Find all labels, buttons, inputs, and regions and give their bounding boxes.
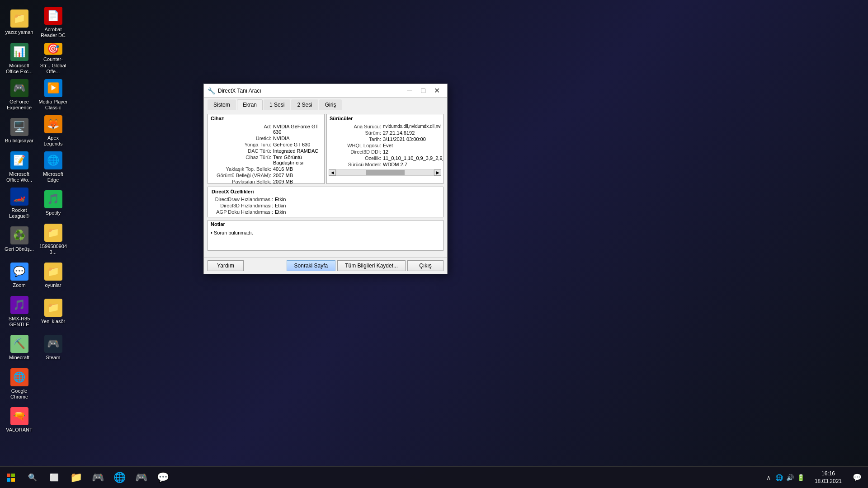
driver-model-row: Sürücü Modeli: WDDM 2.7 [329,161,441,168]
taskbar-clock[interactable]: 16:16 18.03.2021 [810,470,846,485]
close-button[interactable]: ✕ [430,84,443,98]
dx-agp-value: Etkin [275,209,286,215]
systray: ∧ 🌐 🔊 🔋 [760,473,810,482]
help-button[interactable]: Yardım [208,260,244,271]
desktop-icon-acrobat[interactable]: 📄 Acrobat Reader DC [36,5,70,41]
driver-ddi-label: Direct3D DDI: [329,149,383,155]
desktop-icon-ms-excel[interactable]: 📊 Microsoft Office Exc... [2,41,36,77]
notes-content: Sorun bulunmadı. [208,228,443,250]
notification-center[interactable]: 💬 [846,467,868,488]
yaziz-yaman-label: yazız yaman [5,29,33,35]
directx-dialog: 🔧 DirectX Tanı Aracı ─ □ ✕ Sistem Ekran … [203,84,448,274]
ms-excel-icon: 📊 [10,43,28,61]
device-toplam-row: Yaklaşık Top. Bellek: 4016 MB [210,166,322,172]
desktop-icon-geforce[interactable]: 🎮 GeForce Experience [2,77,36,113]
yeni-klasor-label: Yeni klasör [41,319,65,324]
restore-button[interactable]: □ [416,84,430,98]
desktop-icon-zoom[interactable]: 💬 Zoom [2,258,36,294]
desktop-icon-yaziz-yaman[interactable]: 📁 yazız yaman [2,5,36,41]
svg-rect-0 [7,474,10,477]
notes-section: Notlar Sorun bulunmadı. [208,220,443,251]
driver-surum-row: Sürüm: 27.21.14.6192 [329,130,441,136]
taskbar-discord[interactable]: 💬 [152,467,174,488]
device-toplam-label: Yaklaşık Top. Bellek: [210,166,273,172]
minecraft-label: Minecraft [9,355,29,361]
valorant-icon: 🔫 [10,407,28,425]
desktop-icon-ms-edge[interactable]: 🌐 Microsoft Edge [36,149,70,185]
desktop-icon-steam[interactable]: 🎮 Steam [36,330,70,366]
save-all-button[interactable]: Tüm Bilgileri Kaydet... [337,260,406,271]
drivers-section-title: Sürücüler [327,114,443,122]
taskbar-xbox[interactable]: 🎮 [130,467,152,488]
systray-network[interactable]: 🌐 [775,473,784,482]
scroll-left-btn[interactable]: ◀ [329,169,336,176]
scroll-right-btn[interactable]: ▶ [434,169,441,176]
driver-ozellik-label: Özellik: [329,155,383,161]
tab-giris[interactable]: Giriş [319,99,342,110]
tab-2sesi[interactable]: 2 Sesi [291,99,318,110]
systray-speaker[interactable]: 🔊 [786,473,795,482]
desktop-icon-smx[interactable]: 🎵 SMX-R85 GENTLE [2,294,36,330]
device-paylasilan-row: Paylaşılan Bellek: 2009 MB [210,178,322,183]
desktop: 📁 yazız yaman 📊 Microsoft Office Exc... … [0,0,868,488]
scroll-thumb [366,170,405,175]
driver-whql-label: WHQL Logosu: [329,143,383,148]
device-ad-label: Ad: [210,124,273,135]
desktop-icon-folder-1599[interactable]: 📁 15995809043... [36,221,70,258]
notification-icon: 💬 [853,473,862,482]
desktop-icon-apex[interactable]: 🦊 Apex Legends [36,113,70,149]
device-ad-value: NVIDIA GeForce GT 630 [273,124,322,135]
desktop-icon-media-player[interactable]: ▶️ Media Player Classic [36,77,70,113]
next-page-button[interactable]: Sonraki Sayfa [287,260,336,271]
device-dac-label: DAC Türü: [210,148,273,154]
notes-item-0: Sorun bulunmadı. [211,230,440,235]
rocket-league-icon: 🏎️ [10,188,28,206]
yaziz-yaman-icon: 📁 [10,9,28,28]
desktop-icons: 📁 yazız yaman 📊 Microsoft Office Exc... … [0,0,90,466]
systray-chevron[interactable]: ∧ [764,473,773,482]
taskbar-chrome[interactable]: 🌐 [108,467,130,488]
start-button[interactable] [0,467,22,488]
desktop-icon-ms-word[interactable]: 📝 Microsoft Office Wo... [2,149,36,185]
driver-model-label: Sürücü Modeli: [329,162,383,167]
scroll-track[interactable] [336,169,434,176]
spotify-label: Spotify [46,210,61,216]
taskbar-file-explorer[interactable]: 📁 [65,467,87,488]
driver-ddi-row: Direct3D DDI: 12 [329,149,441,155]
ms-edge-label: Microsoft Edge [38,171,68,183]
geforce-icon: 🎮 [10,79,28,97]
geri-donusum-icon: ♻️ [10,226,28,244]
ms-word-icon: 📝 [10,151,28,169]
tab-ekran[interactable]: Ekran [237,99,263,110]
desktop-icon-valorant[interactable]: 🔫 VALORANT [2,402,36,438]
taskbar-steam[interactable]: 🎮 [87,467,108,488]
desktop-icon-spotify[interactable]: 🎵 Spotify [36,185,70,221]
xbox-taskbar-icon: 🎮 [135,472,147,483]
rocket-league-label: Rocket League® [5,207,34,219]
driver-ozellik-value: 11_0,10_1,10_0,9_3,9_2,9_1 [383,155,443,161]
desktop-icon-oyunlar[interactable]: 📁 oyunlar [36,258,70,294]
search-button[interactable]: 🔍 [22,467,43,488]
svg-rect-2 [7,478,10,482]
dialog-tabs: Sistem Ekran 1 Sesi 2 Sesi Giriş [204,98,447,110]
desktop-icon-google-chrome[interactable]: 🌐 Google Chrome [2,366,36,402]
device-vram-row: Görüntü Belleği (VRAM): 2007 MB [210,172,322,178]
bu-bilgisayar-label: Bu bilgisayar [5,138,33,144]
systray-battery[interactable]: 🔋 [797,473,806,482]
desktop-icon-counter-strike[interactable]: 🎯 Counter-Str... Global Offe... [36,41,70,77]
desktop-icon-bu-bilgisayar[interactable]: 🖥️ Bu bilgisayar [2,113,36,149]
exit-button[interactable]: Çıkış [407,260,443,271]
desktop-icon-yeni-klasor[interactable]: 📁 Yeni klasör [36,294,70,330]
driver-surum-value: 27.21.14.6192 [383,130,415,136]
dialog-titlebar: 🔧 DirectX Tanı Aracı ─ □ ✕ [204,84,447,98]
device-vram-value: 2007 MB [273,173,293,178]
tab-1sesi[interactable]: 1 Sesi [264,99,290,110]
desktop-icon-rocket-league[interactable]: 🏎️ Rocket League® [2,185,36,221]
driver-whql-row: WHQL Logosu: Evet [329,142,441,149]
desktop-icon-minecraft[interactable]: ⛏️ Minecraft [2,330,36,366]
tab-sistem[interactable]: Sistem [208,99,236,110]
desktop-icon-geri-donusum[interactable]: ♻️ Geri Dönüş... [2,221,36,258]
device-yonga-label: Yonga Türü: [210,142,273,147]
minimize-button[interactable]: ─ [403,84,416,98]
task-view-button[interactable]: ⬜ [43,467,65,488]
